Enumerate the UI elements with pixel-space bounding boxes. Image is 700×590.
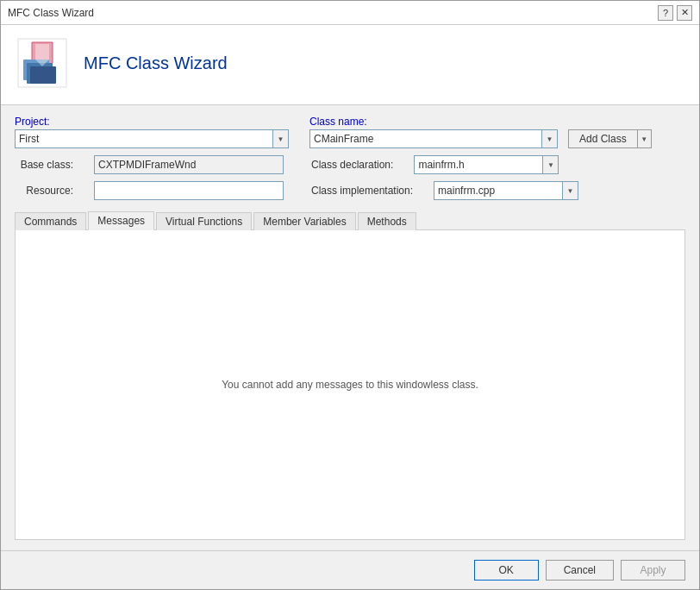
tab-message: You cannot add any messages to this wind… (222, 379, 478, 391)
dialog-window: MFC Class Wizard ? ✕ MFC Class Wizard (0, 0, 700, 590)
cancel-button[interactable]: Cancel (546, 560, 614, 581)
wizard-title: MFC Class Wizard (84, 53, 228, 73)
class-declaration-input[interactable] (414, 155, 543, 174)
resource-input[interactable] (94, 181, 284, 200)
tab-virtual-functions[interactable]: Virtual Functions (156, 212, 252, 230)
base-class-input (94, 155, 284, 174)
close-button[interactable]: ✕ (677, 5, 692, 21)
class-declaration-arrow[interactable]: ▼ (543, 155, 559, 174)
tab-member-variables[interactable]: Member Variables (253, 212, 355, 230)
wizard-icon (15, 35, 70, 91)
class-implementation-input[interactable] (434, 181, 563, 200)
classname-label: Class name: (309, 116, 685, 128)
help-button[interactable]: ? (658, 5, 673, 21)
ok-button[interactable]: OK (474, 560, 539, 581)
project-group: Project: ▼ (15, 116, 289, 148)
form-row-2: Base class: Class declaration: ▼ (15, 155, 685, 174)
project-input[interactable] (15, 129, 273, 148)
form-row-3: Resource: Class implementation: ▼ (15, 181, 685, 200)
class-implementation-container: ▼ (434, 181, 578, 200)
tab-content-wrapper: Commands Messages Virtual Functions Memb… (15, 207, 685, 540)
header-section: MFC Class Wizard (1, 25, 699, 105)
class-declaration-label: Class declaration: (311, 159, 393, 171)
tab-methods[interactable]: Methods (358, 212, 416, 230)
svg-rect-4 (30, 66, 56, 84)
project-label: Project: (15, 116, 289, 128)
classname-row: ▼ Add Class ▼ (309, 129, 685, 148)
tab-content-area: You cannot add any messages to this wind… (15, 230, 685, 540)
tabs-row: Commands Messages Virtual Functions Memb… (15, 210, 685, 230)
project-dropdown-arrow[interactable]: ▼ (273, 129, 289, 148)
class-implementation-label: Class implementation: (311, 185, 413, 197)
class-declaration-container: ▼ (414, 155, 559, 174)
title-bar-text: MFC Class Wizard (8, 7, 94, 19)
classname-dropdown-arrow[interactable]: ▼ (542, 129, 558, 148)
title-bar-controls: ? ✕ (658, 5, 692, 21)
add-class-button[interactable]: Add Class (568, 129, 638, 148)
content-section: Project: ▼ Class name: ▼ Add Class ▼ (1, 105, 699, 550)
tab-commands[interactable]: Commands (15, 212, 86, 230)
base-class-label: Base class: (15, 159, 73, 171)
classname-dropdown-container: ▼ (309, 129, 558, 148)
resource-label: Resource: (15, 185, 73, 197)
title-bar: MFC Class Wizard ? ✕ (1, 1, 699, 25)
project-dropdown-container: ▼ (15, 129, 289, 148)
add-class-arrow-button[interactable]: ▼ (638, 129, 652, 148)
classname-input[interactable] (309, 129, 542, 148)
footer: OK Cancel Apply (1, 550, 699, 589)
apply-button[interactable]: Apply (621, 560, 685, 581)
add-class-btn-group: Add Class ▼ (568, 129, 652, 148)
tab-messages[interactable]: Messages (88, 211, 154, 230)
class-implementation-arrow[interactable]: ▼ (563, 181, 578, 200)
form-row-1: Project: ▼ Class name: ▼ Add Class ▼ (15, 116, 685, 148)
classname-group: Class name: ▼ Add Class ▼ (309, 116, 685, 148)
